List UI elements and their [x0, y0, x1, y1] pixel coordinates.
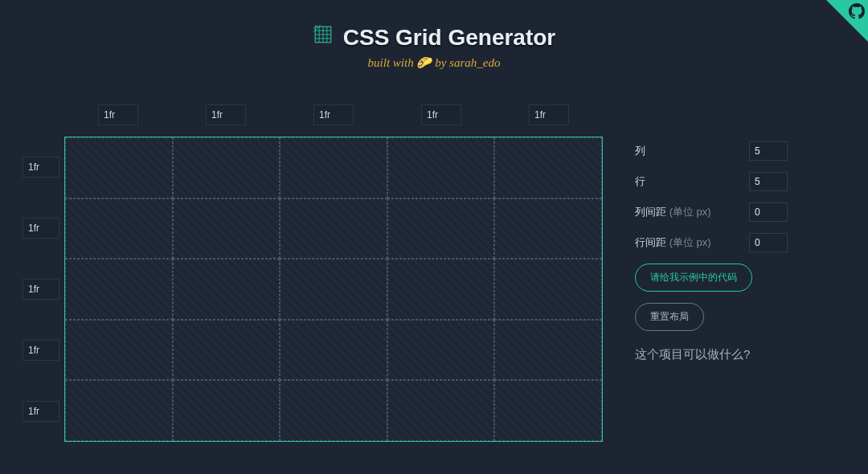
columns-control: 列: [635, 141, 788, 161]
columns-input[interactable]: [749, 141, 788, 161]
rows-label: 行: [635, 174, 645, 189]
grid-cell[interactable]: [280, 259, 387, 320]
grid-cell[interactable]: [494, 380, 602, 441]
row-gap-control: 行间距 (单位 px): [635, 233, 788, 252]
grid-cell[interactable]: [65, 198, 173, 259]
row-gap-label: 行间距 (单位 px): [635, 235, 711, 250]
grid-cell[interactable]: [387, 198, 495, 259]
column-size-input[interactable]: [98, 104, 138, 125]
title-text: CSS Grid Generator: [343, 25, 556, 51]
grid-cell[interactable]: [387, 320, 495, 381]
grid-cell[interactable]: [494, 198, 602, 259]
grid-cell[interactable]: [65, 320, 173, 381]
column-size-input[interactable]: [529, 104, 569, 125]
grid-cell[interactable]: [387, 259, 495, 320]
row-size-input[interactable]: [23, 157, 59, 178]
grid-cell[interactable]: [173, 259, 280, 320]
rows-control: 行: [635, 172, 788, 191]
columns-label: 列: [635, 144, 645, 158]
column-size-input[interactable]: [313, 104, 354, 125]
grid-cell[interactable]: [280, 137, 387, 198]
grid-cell[interactable]: [65, 380, 173, 441]
row-gap-input[interactable]: [749, 233, 788, 252]
reset-button[interactable]: 重置布局: [635, 303, 704, 331]
grid-canvas[interactable]: [64, 137, 603, 442]
row-size-column: [23, 137, 63, 442]
row-size-input[interactable]: [23, 279, 59, 300]
grid-cell[interactable]: [280, 198, 387, 259]
grid-cell[interactable]: [173, 198, 280, 259]
github-icon: [849, 3, 865, 23]
about-link[interactable]: 这个项目可以做什么?: [635, 347, 788, 362]
column-gap-label: 列间距 (单位 px): [635, 205, 711, 219]
grid-cell[interactable]: [387, 137, 495, 198]
grid-cell[interactable]: [173, 320, 280, 381]
column-gap-control: 列间距 (单位 px): [635, 202, 788, 222]
grid-cell[interactable]: [65, 259, 173, 320]
column-size-input[interactable]: [421, 104, 461, 125]
rows-input[interactable]: [749, 172, 788, 191]
column-size-row: [64, 104, 603, 129]
grid-icon: [313, 24, 334, 51]
page-title: CSS Grid Generator: [313, 24, 556, 51]
byline: built with 🌮 by sarah_edo: [0, 55, 868, 70]
show-code-button[interactable]: 请给我示例中的代码: [635, 264, 752, 292]
row-size-input[interactable]: [23, 218, 59, 239]
row-size-input[interactable]: [23, 401, 59, 422]
row-size-input[interactable]: [23, 340, 59, 361]
page-header: CSS Grid Generator built with 🌮 by sarah…: [0, 0, 868, 70]
grid-cell[interactable]: [173, 380, 280, 441]
controls-panel: 列 行 列间距 (单位 px) 行间距 (单位 px) 请给我示例中的代码 重置…: [635, 141, 788, 362]
grid-cell[interactable]: [280, 320, 387, 381]
column-gap-input[interactable]: [749, 202, 788, 222]
grid-cell[interactable]: [280, 380, 387, 441]
grid-cell[interactable]: [494, 320, 602, 381]
column-size-input[interactable]: [206, 104, 246, 125]
grid-cell[interactable]: [494, 259, 602, 320]
grid-cell[interactable]: [494, 137, 602, 198]
taco-icon: 🌮: [416, 56, 432, 69]
grid-cell[interactable]: [173, 137, 280, 198]
grid-cell[interactable]: [65, 137, 173, 198]
grid-cell[interactable]: [387, 380, 495, 441]
